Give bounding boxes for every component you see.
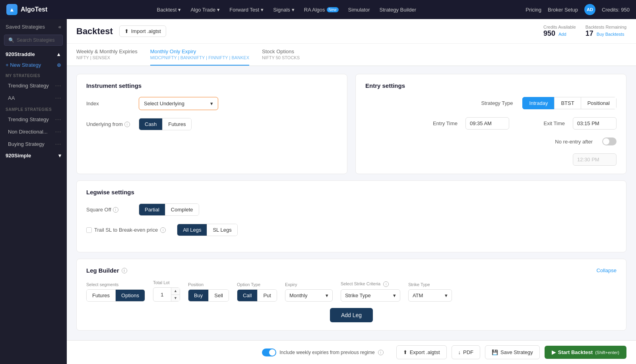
collapse-sidebar-icon[interactable]: « [58,24,61,30]
broker-setup-link[interactable]: Broker Setup [548,7,578,13]
more-icon[interactable]: ⋯ [55,128,61,136]
futures-segment-button[interactable]: Futures [87,290,116,301]
include-weekly-info-icon[interactable]: i [378,350,384,355]
play-icon: ▶ [552,349,556,355]
legwise-area: Legwise settings Square Off i Partial Co… [67,174,636,252]
tab-monthly-only[interactable]: Monthly Only Expiry MIDCPNIFTY | BANKNIF… [150,44,249,66]
square-off-info-icon[interactable]: i [113,207,118,213]
underlying-select[interactable]: Select Underlying ▾ [139,97,218,110]
chevron-down-icon: ▾ [292,7,295,13]
btst-button[interactable]: BTST [554,97,580,109]
index-label: Index [86,101,134,106]
nav-links: Backtest ▾ Algo Trade ▾ Forward Test ▾ S… [60,4,513,15]
chevron-down-icon: ▾ [58,153,61,159]
sidebar-item-non-directional[interactable]: Non Directional... ⋯ [0,126,67,138]
sidebar-item-sample-trending[interactable]: Trending Strategy ⋯ [0,113,67,126]
trail-sl-info-icon[interactable]: i [160,227,166,233]
positional-button[interactable]: Positional [581,97,617,109]
leg-builder-title: Leg Builder i [86,267,127,274]
logo-icon: ▲ [6,4,17,15]
strike-type-select[interactable]: ATM ▾ [408,289,452,302]
more-icon[interactable]: ⋯ [55,94,61,102]
avatar[interactable]: AD [584,4,595,15]
strike-criteria-info-icon[interactable]: i [383,281,389,287]
expiry-label: Expiry [285,282,333,287]
nav-ra-algos[interactable]: RA Algos New [300,4,343,15]
cash-button[interactable]: Cash [139,118,163,130]
reentry-row: No re-entry after [365,137,617,145]
entry-settings-card: Entry settings Strategy Type Intraday BT… [355,74,626,174]
lot-up-button[interactable]: ▲ [171,288,180,295]
nav-signals[interactable]: Signals ▾ [269,4,299,15]
more-icon[interactable]: ⋯ [55,82,61,89]
expiry-select[interactable]: Monthly ▾ [285,289,333,302]
more-icon[interactable]: ⋯ [55,116,61,123]
square-off-row: Square Off i Partial Complete [86,203,617,216]
options-segment-button[interactable]: Options [116,290,145,301]
chevron-down-icon: ▾ [393,292,396,298]
instrument-settings-card: Instrument settings Index Select Underly… [76,74,347,174]
entry-time-label: Entry Time [410,120,458,126]
start-backtest-button[interactable]: ▶ Start Backtest (Shift+enter) [545,346,626,359]
sidebar-search[interactable]: 🔍 Search Strategies [4,35,63,46]
sidebar-item-aa[interactable]: AA ⋯ [0,92,67,104]
nav-strategy-builder[interactable]: Strategy Builder [376,4,421,15]
lot-down-button[interactable]: ▼ [171,295,180,302]
sidebar-group-920simple[interactable]: 920Simple ▾ [0,150,67,161]
page-title: Backtest [76,26,113,37]
legwise-settings-title: Legwise settings [86,189,617,196]
export-button[interactable]: ⬆ Export .algtst [396,345,447,359]
credits-available-label: Credits Available [543,25,576,29]
nav-backtest[interactable]: Backtest ▾ [153,4,185,15]
tab-stock-options[interactable]: Stock Options NIFTY 50 STOCKS [262,44,300,66]
sidebar-group-920straddle[interactable]: 920Straddle ▲ [0,49,67,60]
segments-col: Select segments Futures Options [86,282,145,302]
complete-button[interactable]: Complete [165,204,199,215]
page-header: Backtest ⬆ Import .algtst Credits Availa… [67,19,636,44]
my-strategies-label: MY STRATEGIES [0,70,67,79]
cash-futures-toggle: Cash Futures [139,118,192,130]
option-type-label: Option Type [237,282,277,287]
strike-criteria-select[interactable]: Strike Type ▾ [341,289,400,302]
buy-backtests-link[interactable]: Buy Backtests [597,32,624,37]
nav-forward-test[interactable]: Forward Test ▾ [225,4,268,15]
sell-button[interactable]: Sell [209,290,229,301]
index-row: Index Select Underlying ▾ [86,97,337,110]
pdf-button[interactable]: ↓ PDF [452,345,481,359]
add-credits-link[interactable]: Add [558,32,566,37]
tab-weekly-monthly[interactable]: Weekly & Monthly Expiries NIFTY | SENSEX [76,44,138,66]
leg-builder-info-icon[interactable]: i [122,268,127,273]
include-weekly-toggle[interactable] [262,349,276,356]
put-button[interactable]: Put [258,290,277,301]
reentry-time-input [573,153,617,166]
futures-button[interactable]: Futures [163,118,191,130]
partial-button[interactable]: Partial [139,204,165,215]
nav-algo-trade[interactable]: Algo Trade ▾ [186,4,224,15]
add-leg-button[interactable]: Add Leg [330,308,373,322]
entry-time-input[interactable] [465,117,509,130]
sl-legs-button[interactable]: SL Legs [207,224,237,236]
sidebar-item-trending-strategy[interactable]: Trending Strategy ⋯ [0,79,67,92]
nav-simulator[interactable]: Simulator [344,4,374,15]
strategy-type-group: Intraday BTST Positional [522,97,617,109]
all-legs-button[interactable]: All Legs [177,224,207,236]
lot-value: 1 [153,289,171,300]
import-button[interactable]: ⬆ Import .algtst [119,25,166,37]
collapse-button[interactable]: Collapse [596,267,617,273]
pricing-link[interactable]: Pricing [525,7,541,13]
sample-strategies-label: SAMPLE STRATEGIES [0,104,67,113]
intraday-button[interactable]: Intraday [522,97,554,109]
saved-strategies-label: Saved Strategies [6,24,45,30]
segments-label: Select segments [86,282,145,287]
save-strategy-button[interactable]: 💾 Save Strategy [485,345,540,359]
call-button[interactable]: Call [237,290,258,301]
more-icon[interactable]: ⋯ [55,140,61,148]
new-strategy-button[interactable]: + New Strategy ⊕ [0,60,67,70]
exit-time-input[interactable] [573,117,617,130]
reentry-toggle[interactable] [602,137,617,145]
info-icon[interactable]: i [124,122,130,127]
sidebar-item-buying-strategy[interactable]: Buying Strategy ⋯ [0,138,67,150]
trail-sl-checkbox[interactable] [86,227,92,233]
buy-button[interactable]: Buy [188,290,209,301]
logo-text: AlgoTest [21,6,47,13]
